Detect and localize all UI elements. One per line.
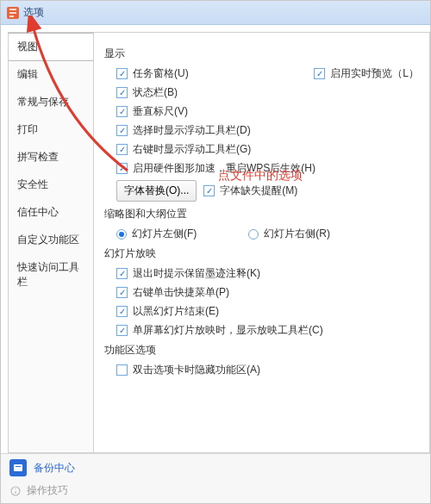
label-slide-right: 幻灯片右侧(R) xyxy=(264,227,330,241)
window-title: 选项 xyxy=(23,5,44,20)
label-vertical-ruler: 垂直标尺(V) xyxy=(133,104,188,119)
section-slideshow: 幻灯片放映 xyxy=(104,246,419,261)
sidebar: 视图 编辑 常规与保存 打印 拼写检查 安全性 信任中心 自定义功能区 快速访问… xyxy=(8,32,94,453)
label-font-missing: 字体缺失提醒(M) xyxy=(220,184,297,198)
titlebar: 选项 xyxy=(1,1,430,25)
svg-rect-2 xyxy=(16,466,21,467)
label-rightclick-menu: 右键单击快捷菜单(P) xyxy=(133,285,229,300)
label-black-end: 以黑幻灯片结束(E) xyxy=(133,304,219,319)
tips-icon xyxy=(9,485,22,497)
label-float-select: 选择时显示浮动工具栏(D) xyxy=(133,123,251,138)
backup-center-link[interactable]: 备份中心 xyxy=(34,461,75,476)
label-realtime-preview: 启用实时预览（L） xyxy=(330,66,419,81)
section-display: 显示 xyxy=(104,47,419,61)
checkbox-float-select[interactable] xyxy=(116,125,128,136)
sidebar-item-customize-ribbon[interactable]: 自定义功能区 xyxy=(9,227,93,254)
checkbox-vertical-ruler[interactable] xyxy=(116,106,128,117)
footer: 备份中心 操作技巧 xyxy=(1,453,430,503)
checkbox-status-bar[interactable] xyxy=(116,87,128,98)
sidebar-item-security[interactable]: 安全性 xyxy=(9,171,93,199)
sidebar-item-general-save[interactable]: 常规与保存 xyxy=(9,89,93,116)
sidebar-item-edit[interactable]: 编辑 xyxy=(9,61,93,89)
label-exit-prompt: 退出时提示保留墨迹注释(K) xyxy=(133,266,260,281)
sidebar-item-print[interactable]: 打印 xyxy=(9,116,93,144)
checkbox-single-toolbar[interactable] xyxy=(116,325,128,336)
checkbox-task-pane[interactable] xyxy=(116,68,128,79)
radio-slide-left[interactable] xyxy=(116,229,127,240)
section-ribbon: 功能区选项 xyxy=(104,343,419,358)
sidebar-item-spellcheck[interactable]: 拼写检查 xyxy=(9,144,93,171)
checkbox-black-end[interactable] xyxy=(116,306,128,317)
label-task-pane: 任务窗格(U) xyxy=(133,66,189,81)
checkbox-hw-accel[interactable] xyxy=(116,163,128,174)
checkbox-font-missing[interactable] xyxy=(203,185,215,196)
tips-link[interactable]: 操作技巧 xyxy=(27,483,68,498)
label-hw-accel: 启用硬件图形加速，重启WPS后生效(H) xyxy=(133,161,315,176)
app-icon xyxy=(6,6,20,20)
svg-rect-1 xyxy=(14,464,22,471)
checkbox-dblclick-hide[interactable] xyxy=(116,364,128,376)
font-replace-button[interactable]: 字体替换(O)... xyxy=(116,180,197,202)
checkbox-exit-prompt[interactable] xyxy=(116,268,128,279)
section-thumbnail: 缩略图和大纲位置 xyxy=(104,207,419,221)
sidebar-item-trust-center[interactable]: 信任中心 xyxy=(9,199,93,227)
checkbox-rightclick-menu[interactable] xyxy=(116,287,128,298)
checkbox-realtime-preview[interactable] xyxy=(314,68,325,79)
radio-slide-right[interactable] xyxy=(248,229,259,240)
label-slide-left: 幻灯片左侧(F) xyxy=(132,227,197,241)
label-single-toolbar: 单屏幕幻灯片放映时，显示放映工具栏(C) xyxy=(133,323,323,338)
checkbox-float-right[interactable] xyxy=(116,144,128,155)
label-status-bar: 状态栏(B) xyxy=(133,85,178,100)
label-float-right: 右键时显示浮动工具栏(G) xyxy=(133,142,251,157)
sidebar-item-view[interactable]: 视图 xyxy=(9,33,93,61)
main-panel: 显示 任务窗格(U) 启用实时预览（L） 状态栏(B) 垂直标尺(V) 选择时显… xyxy=(94,32,430,453)
backup-icon xyxy=(9,459,27,476)
label-dblclick-hide: 双击选项卡时隐藏功能区(A) xyxy=(133,363,260,377)
sidebar-item-quick-access[interactable]: 快速访问工具栏 xyxy=(9,254,93,296)
